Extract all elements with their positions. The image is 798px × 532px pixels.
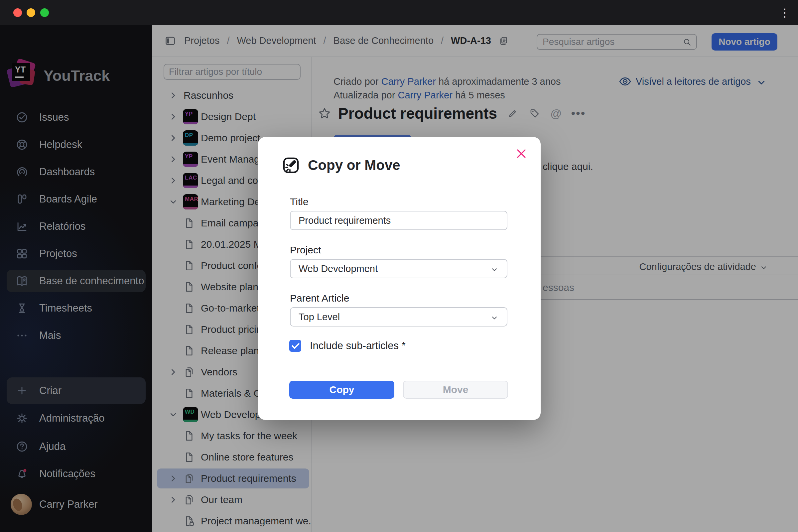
include-sub-articles-row[interactable]: Include sub-articles * xyxy=(289,340,406,352)
window-chrome: ⋮ xyxy=(0,0,798,25)
copy-move-article-icon xyxy=(281,156,301,175)
checkbox-label: Include sub-articles * xyxy=(310,340,406,352)
modal-title: Copy or Move xyxy=(308,157,400,173)
youtrack-app: ⋮ YT YouTrack IssuesHelpdeskDashboardsBo… xyxy=(0,0,798,532)
include-sub-articles-checkbox[interactable] xyxy=(289,340,301,352)
move-button[interactable]: Move xyxy=(403,381,508,399)
parent-article-field-label: Parent Article xyxy=(290,292,349,304)
copy-or-move-dialog: Copy or Move Title Project Web Developme… xyxy=(258,137,540,420)
chevron-down-icon xyxy=(490,265,499,274)
chevron-down-icon xyxy=(490,314,499,322)
parent-article-select[interactable]: Top Level xyxy=(290,307,507,326)
title-field[interactable] xyxy=(290,211,507,230)
close-icon[interactable] xyxy=(514,146,529,161)
copy-button[interactable]: Copy xyxy=(289,381,394,399)
title-field-label: Title xyxy=(290,196,308,208)
project-select[interactable]: Web Development xyxy=(290,259,507,278)
window-minimize-button[interactable] xyxy=(26,8,35,17)
project-field-label: Project xyxy=(290,244,321,256)
kebab-menu-icon[interactable]: ⋮ xyxy=(778,5,791,21)
window-close-button[interactable] xyxy=(13,8,22,17)
window-zoom-button[interactable] xyxy=(40,8,49,17)
modal-header: Copy or Move xyxy=(281,156,400,175)
